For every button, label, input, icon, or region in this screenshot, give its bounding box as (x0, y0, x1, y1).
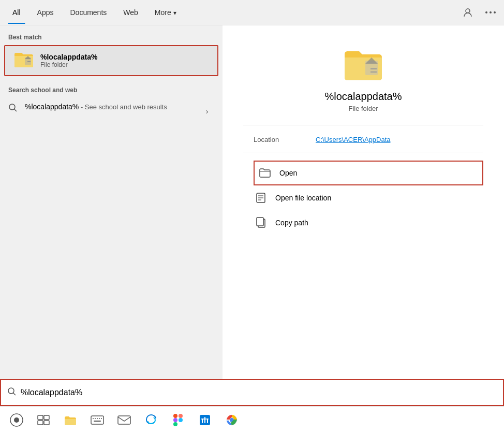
tab-documents[interactable]: Documents (62, 1, 115, 24)
taskbar-chrome[interactable] (219, 408, 244, 432)
file-location-icon (255, 192, 267, 204)
taskbar-search[interactable] (4, 408, 29, 432)
taskbar-store[interactable] (192, 408, 217, 432)
svg-rect-35 (173, 414, 177, 418)
best-match-item-info: %localappdata% File folder (40, 53, 97, 68)
web-search-item[interactable]: %localappdata% - See school and web resu… (8, 100, 214, 121)
taskbar (0, 406, 504, 433)
search-web-section: Search school and web %localappdata% - S… (0, 86, 223, 121)
svg-point-22 (14, 417, 19, 423)
folder-icon-small (13, 50, 34, 71)
svg-rect-27 (91, 416, 103, 424)
tab-web[interactable]: Web (115, 1, 146, 24)
search-input[interactable] (21, 388, 497, 397)
copy-icon (255, 216, 267, 229)
ellipsis-icon (485, 11, 496, 13)
svg-rect-26 (44, 421, 49, 425)
tab-apps[interactable]: Apps (29, 1, 62, 24)
location-row: Location C:\Users\ACER\AppData (243, 136, 483, 143)
svg-rect-36 (179, 414, 183, 418)
svg-point-19 (8, 388, 14, 394)
svg-rect-24 (44, 415, 49, 420)
taskbar-figma[interactable] (166, 408, 190, 432)
location-label: Location (254, 136, 316, 143)
detail-divider (243, 125, 483, 125)
svg-point-39 (179, 418, 183, 422)
right-panel: %localappdata% File folder Location C:\U… (223, 25, 504, 379)
search-school-label: Search school and web (8, 86, 214, 94)
web-search-desc: - See school and web results (79, 103, 167, 111)
taskbar-mail[interactable] (112, 408, 137, 432)
nav-right-actions (458, 3, 500, 22)
action-open-file-location[interactable]: Open file location (254, 185, 483, 210)
svg-rect-18 (257, 218, 263, 226)
person-icon (463, 7, 473, 18)
action-list: Open Open file location (243, 161, 483, 235)
action-divider (243, 152, 483, 152)
svg-rect-37 (173, 418, 177, 422)
action-copy-path-label: Copy path (275, 219, 308, 227)
svg-point-7 (9, 104, 15, 110)
left-panel: Best match %localappdata% File folder Se… (0, 25, 223, 379)
svg-point-3 (494, 11, 496, 13)
taskbar-taskview[interactable] (31, 408, 56, 432)
svg-rect-25 (38, 421, 43, 425)
web-search-query: %localappdata% (25, 103, 79, 111)
svg-point-0 (466, 9, 470, 13)
taskbar-explorer[interactable] (58, 408, 83, 432)
result-folder-icon (343, 46, 384, 82)
action-copy-path[interactable]: Copy path (254, 210, 483, 235)
action-open-file-location-label: Open file location (275, 194, 331, 202)
svg-rect-34 (118, 416, 130, 424)
top-navigation: All Apps Documents Web More (0, 0, 504, 25)
best-match-label: Best match (0, 34, 223, 41)
best-match-name: %localappdata% (40, 53, 97, 61)
taskbar-edge[interactable] (139, 408, 164, 432)
action-open-label: Open (279, 169, 297, 177)
chevron-down-icon (173, 8, 176, 17)
svg-rect-38 (173, 422, 177, 426)
ellipsis-icon-button[interactable] (481, 3, 500, 22)
svg-line-8 (14, 109, 17, 112)
taskbar-keyboard[interactable] (85, 408, 110, 432)
best-match-result[interactable]: %localappdata% File folder (4, 45, 218, 76)
action-open[interactable]: Open (254, 161, 483, 185)
web-search-arrow-icon[interactable]: › (200, 104, 214, 119)
search-web-icon (8, 103, 19, 113)
main-content: Best match %localappdata% File folder Se… (0, 25, 504, 379)
svg-line-20 (13, 393, 16, 396)
svg-rect-23 (38, 415, 43, 420)
result-subtitle: File folder (348, 105, 378, 112)
search-bar[interactable] (0, 379, 504, 406)
search-bar-icon (7, 387, 17, 398)
tab-more[interactable]: More (146, 1, 185, 24)
open-folder-icon (259, 167, 271, 179)
svg-point-1 (485, 11, 487, 13)
best-match-type: File folder (40, 61, 97, 68)
svg-point-2 (490, 11, 492, 13)
person-icon-button[interactable] (458, 3, 477, 22)
result-title: %localappdata% (325, 91, 402, 103)
web-search-text: %localappdata% - See school and web resu… (25, 102, 194, 111)
location-value[interactable]: C:\Users\ACER\AppData (316, 136, 391, 143)
tab-all[interactable]: All (4, 1, 29, 24)
